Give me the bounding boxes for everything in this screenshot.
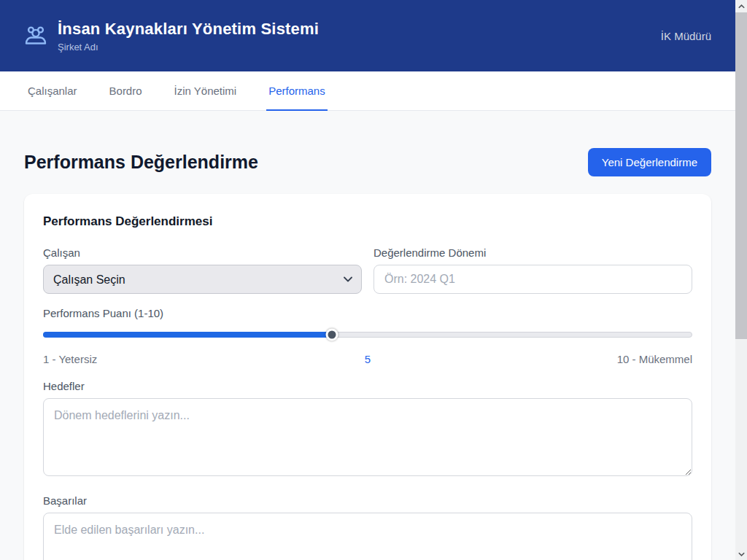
goals-label: Hedefler [43,380,692,392]
new-evaluation-button[interactable]: Yeni Değerlendirme [588,148,711,176]
score-label: Performans Puanı (1-10) [43,307,692,319]
achievements-label: Başarılar [43,494,692,507]
employee-field: Çalışan Çalışan Seçin [43,246,362,294]
company-name: Şirket Adı [58,42,319,52]
user-role-label: İK Müdürü [661,30,711,42]
period-field: Değerlendirme Dönemi [374,246,692,294]
tab-izin-yonetimi[interactable]: İzin Yönetimi [172,71,239,111]
app-window: İnsan Kaynakları Yönetim Sistemi Şirket … [0,0,735,560]
brand: İnsan Kaynakları Yönetim Sistemi Şirket … [24,20,319,52]
tab-calisanlar[interactable]: Çalışanlar [26,71,80,111]
slider-fill [43,332,332,338]
employee-period-row: Çalışan Çalışan Seçin Değerlendirme D [43,246,692,294]
nav-tabs: ÇalışanlarBordroİzin YönetimiPerformans [0,71,735,111]
vertical-scrollbar[interactable] [735,0,747,560]
achievements-textarea[interactable] [43,513,692,560]
form-title: Performans Değerlendirmesi [43,214,692,229]
tab-performans[interactable]: Performans [266,71,328,111]
main-content: Performans Değerlendirme Yeni Değerlendi… [0,111,735,560]
page-title: Performans Değerlendirme [24,152,258,173]
score-block: Performans Puanı (1-10) 1 - Yetersiz 5 1… [43,307,692,365]
scroll-up-button[interactable] [735,0,747,12]
achievements-field: Başarılar [43,494,692,560]
score-min-label: 1 - Yetersiz [43,353,260,365]
app-header: İnsan Kaynakları Yönetim Sistemi Şirket … [0,0,735,71]
goals-textarea[interactable] [43,398,692,476]
period-label: Değerlendirme Dönemi [374,246,692,259]
people-group-icon [24,25,47,47]
scroll-down-button[interactable] [735,548,747,560]
score-current-value: 5 [260,353,476,365]
page-header: Performans Değerlendirme Yeni Değerlendi… [24,148,711,176]
slider-thumb[interactable] [325,329,338,341]
employee-select[interactable]: Çalışan Seçin [43,265,362,294]
score-slider[interactable] [43,327,692,343]
score-scale: 1 - Yetersiz 5 10 - Mükemmel [43,353,692,365]
evaluation-form-card: Performans Değerlendirmesi Çalışan Çalış… [24,194,711,560]
tab-bordro[interactable]: Bordro [107,71,144,111]
goals-field: Hedefler [43,380,692,479]
app-title: İnsan Kaynakları Yönetim Sistemi [58,20,319,39]
scrollbar-thumb[interactable] [735,12,747,339]
employee-label: Çalışan [43,246,362,259]
brand-text: İnsan Kaynakları Yönetim Sistemi Şirket … [58,20,319,52]
period-input[interactable] [374,265,692,294]
score-max-label: 10 - Mükemmel [476,353,692,365]
